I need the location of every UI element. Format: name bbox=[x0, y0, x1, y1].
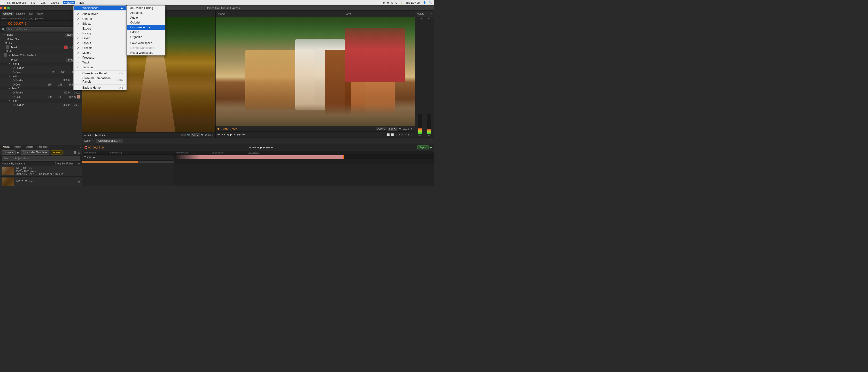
wmenu-back-home[interactable]: Back to Home ⌘1 bbox=[73, 85, 126, 90]
point3-pos-y[interactable]: -300.0 bbox=[70, 91, 80, 94]
profile-icon[interactable]: 👤 bbox=[423, 1, 426, 4]
comp-quality-select[interactable]: Full bbox=[191, 133, 200, 137]
ws-audio[interactable]: Audio bbox=[127, 15, 165, 20]
tab-track[interactable]: Track bbox=[36, 12, 44, 16]
new-media-button[interactable]: ✦ New bbox=[51, 150, 63, 155]
close-composite-tab-icon[interactable]: × bbox=[119, 140, 121, 142]
point4-header[interactable]: ▼ Point 4 bbox=[0, 99, 82, 103]
timeline-options-icon[interactable]: ≡ bbox=[431, 140, 432, 142]
wmenu-close-active[interactable]: Close Active Panel ⌘W bbox=[73, 71, 126, 76]
viewer-keyframe-left[interactable]: ◁ bbox=[395, 133, 397, 136]
effect-visibility-icon[interactable] bbox=[4, 54, 7, 57]
viewer-fwd-icon[interactable]: ▶▶ bbox=[237, 133, 241, 136]
comp-transport-fwd[interactable]: ▶▶ bbox=[102, 134, 106, 136]
viewer-next-icon[interactable]: ▶ bbox=[234, 133, 236, 136]
point3-header[interactable]: ▼ Point 3 bbox=[0, 87, 82, 90]
edit-menu[interactable]: Edit bbox=[40, 1, 47, 4]
effects-menu[interactable]: Effects bbox=[50, 1, 60, 4]
grid-view-icon[interactable]: ⊞ bbox=[78, 151, 80, 154]
viewer-out-point-icon[interactable]: ⏭ bbox=[242, 133, 245, 136]
ws-organize[interactable]: Organize bbox=[127, 35, 165, 39]
masks-section-header[interactable]: ▼ Masks bbox=[0, 41, 82, 45]
arrange-sort-icon[interactable]: ⇅ bbox=[23, 162, 25, 165]
tab-processor[interactable]: Processor bbox=[36, 145, 51, 149]
tl-transport-end[interactable]: ⏭ bbox=[271, 146, 273, 149]
wmenu-controls[interactable]: ✓ Controls bbox=[73, 17, 126, 21]
effect-expand-icon[interactable]: ▼ bbox=[9, 54, 11, 56]
viewer-safe-2[interactable]: ⬜ bbox=[391, 133, 394, 136]
ws-compositing[interactable]: Compositing ▼ bbox=[127, 25, 165, 30]
composite-shot-tab[interactable]: Composite Shot 1 × bbox=[96, 139, 123, 143]
wmenu-meters[interactable]: ✓ Meters bbox=[73, 51, 126, 55]
play-icon[interactable]: ▶ bbox=[17, 151, 19, 154]
tl-transport-fwd[interactable]: ▶▶ bbox=[266, 146, 270, 149]
viewer-in-point-icon[interactable]: ⏮ bbox=[217, 133, 220, 136]
viewer-keyframe-add[interactable]: ◆ bbox=[398, 133, 400, 136]
hitfilm-menu[interactable]: HitFilm Express bbox=[6, 1, 27, 4]
comp-transport-end[interactable]: ⏭ bbox=[107, 134, 109, 136]
tab-effects[interactable]: Effects bbox=[24, 145, 35, 149]
comp-scrubber[interactable] bbox=[82, 161, 174, 163]
ws-save-workspace[interactable]: Save Workspace... bbox=[127, 41, 165, 45]
settings-icon[interactable]: ⚙ bbox=[78, 162, 80, 165]
wmenu-export[interactable]: Export bbox=[73, 26, 126, 31]
tl-transport-frame-back[interactable]: ◀ bbox=[257, 146, 259, 149]
controls-timecode[interactable]: 00;00;07;24 bbox=[6, 21, 31, 26]
editor-tab[interactable]: Editor bbox=[84, 140, 91, 142]
viewer-keyframe-6[interactable]: ◆ bbox=[408, 133, 409, 136]
tab-lifetime[interactable]: Lifetime bbox=[15, 12, 26, 16]
media-settings-icon[interactable]: ⚙ bbox=[78, 180, 80, 183]
viewer-keyframe-5[interactable]: ◁ bbox=[405, 133, 406, 136]
search-controls-input[interactable] bbox=[6, 27, 80, 31]
ws-reset-workspace[interactable]: Reset Workspace bbox=[127, 51, 165, 55]
tl-transport-play[interactable]: ▶ bbox=[260, 146, 262, 149]
bottom-panel-options-icon[interactable]: ≡ bbox=[80, 146, 81, 149]
point2-header[interactable]: ▼ Point 2 bbox=[0, 74, 82, 78]
tl-transport-start[interactable]: ⏮ bbox=[249, 146, 251, 149]
wmenu-layer[interactable]: ✓ Layer bbox=[73, 36, 126, 41]
tab-history[interactable]: History bbox=[12, 145, 23, 149]
tab-controls[interactable]: Controls bbox=[2, 12, 14, 16]
comp-zoom-down-icon[interactable]: ▼ bbox=[212, 134, 214, 136]
import-button[interactable]: ⬇ Import bbox=[2, 150, 16, 155]
search-project-input[interactable] bbox=[2, 156, 80, 161]
media-item-2[interactable]: IMG_5105.mov ⚙ bbox=[0, 177, 82, 186]
editor-timeline-bar[interactable] bbox=[175, 155, 434, 159]
comp-transport-prev[interactable]: ⏮ bbox=[92, 134, 94, 136]
comp-transport-start[interactable]: ⏮ bbox=[84, 134, 86, 136]
viewer-quality-select[interactable]: Full bbox=[388, 127, 397, 131]
wmenu-audio-mixer[interactable]: ✓ Audio Mixer bbox=[73, 11, 126, 17]
search-icon[interactable]: 🔍 bbox=[429, 1, 432, 4]
tracks-menu-icon[interactable]: ☰ bbox=[93, 156, 95, 159]
comp-transport-back[interactable]: ◀◀ bbox=[87, 134, 91, 136]
timeline-snap-icon[interactable]: 🧲 bbox=[84, 146, 87, 149]
point4-pos-x[interactable]: -300.0 bbox=[60, 104, 69, 106]
tab-media[interactable]: Media bbox=[1, 145, 11, 149]
list-view-icon[interactable]: ☰ bbox=[73, 151, 76, 154]
tl-transport-back[interactable]: ◀◀ bbox=[252, 146, 256, 149]
point4-pos-y[interactable]: -300.0 bbox=[70, 104, 80, 106]
wmenu-close-all[interactable]: Close All Composition Panels ⇧⌘W bbox=[73, 76, 126, 84]
tab-text[interactable]: Text bbox=[27, 12, 34, 16]
viewer-keyframe-right[interactable]: ▷ bbox=[402, 133, 403, 136]
point3-color-swatch[interactable] bbox=[77, 95, 80, 99]
meters-options-icon[interactable]: ≡ bbox=[431, 12, 432, 15]
export-arrow-icon[interactable]: ▶ bbox=[430, 146, 432, 149]
viewer-safe-1[interactable]: ⬜ bbox=[387, 133, 390, 136]
wmenu-track[interactable]: ✓ Track bbox=[73, 60, 126, 65]
group-sort-icon[interactable]: ⇅ bbox=[74, 162, 76, 165]
viewer-options-btn[interactable]: Options bbox=[376, 127, 386, 130]
mask-visibility-icon[interactable] bbox=[6, 45, 9, 49]
tl-transport-frame-fwd[interactable]: ▶ bbox=[263, 146, 265, 149]
installed-templates-button[interactable]: ⬛ Installed Templates bbox=[21, 150, 49, 155]
point1-header[interactable]: ▼ Point 1 bbox=[0, 62, 82, 66]
point2-pos-x[interactable]: 300.0 bbox=[60, 79, 69, 82]
effects-section-header[interactable]: ▼ Effects bbox=[0, 50, 82, 53]
mask-edit-icon[interactable]: ✎ bbox=[69, 46, 71, 49]
wmenu-processor[interactable]: ✓ Processor bbox=[73, 55, 126, 60]
file-menu[interactable]: File bbox=[30, 1, 37, 4]
help-menu[interactable]: Help bbox=[78, 1, 86, 4]
point3-eyedropper-icon[interactable]: ⊕ bbox=[74, 96, 76, 98]
ws-360-video[interactable]: 360 Video Editing bbox=[127, 6, 165, 10]
maximize-button[interactable] bbox=[7, 7, 10, 9]
